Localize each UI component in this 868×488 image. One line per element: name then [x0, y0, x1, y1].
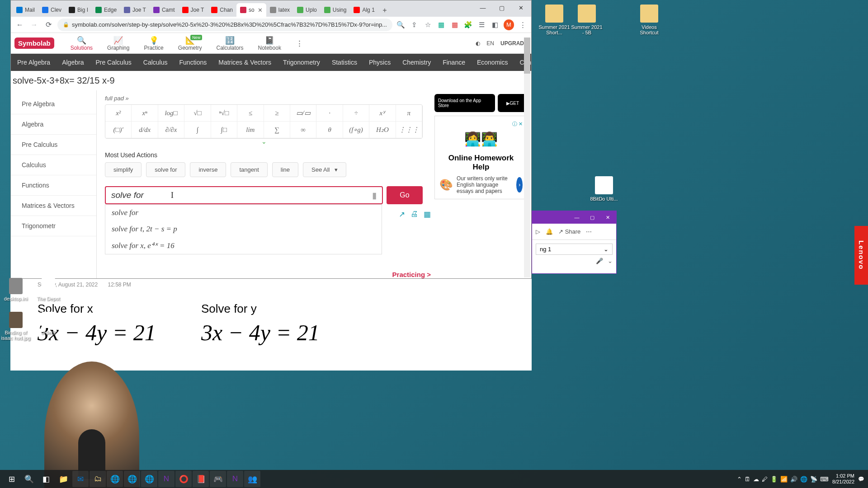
print-icon[interactable]: 🖨 — [410, 210, 418, 219]
math-symbol-button[interactable]: (□)′ — [105, 122, 132, 138]
action-tangent[interactable]: tangent — [231, 162, 267, 177]
math-symbol-button[interactable]: ∞ — [290, 122, 316, 138]
tray-icon[interactable]: ⌃ — [737, 476, 742, 483]
tab-close-icon[interactable]: ✕ — [258, 7, 263, 14]
taskbar-app[interactable]: ✉ — [72, 471, 89, 487]
close-button[interactable]: ✕ — [511, 1, 530, 14]
nav-geometry[interactable]: New📐Geometry — [171, 36, 209, 51]
sidebar-item[interactable]: Pre Algebra — [11, 94, 96, 114]
action-simplify[interactable]: simplify — [105, 162, 142, 177]
menu-icon[interactable]: ⋮ — [518, 20, 528, 30]
taskbar-app[interactable]: ⭕ — [175, 471, 192, 487]
share-icon[interactable]: ⇪ — [410, 20, 420, 30]
math-symbol-button[interactable]: xʸ — [369, 105, 396, 121]
sidebar-item[interactable]: Pre Calculus — [11, 135, 96, 155]
tray-icon[interactable]: 🗓 — [745, 476, 750, 483]
desktop-file[interactable]: Binding of isaac hud.jpg — [0, 312, 32, 341]
math-symbol-button[interactable]: · — [316, 105, 343, 121]
nav-notebook[interactable]: 📓Notebook — [251, 36, 288, 51]
desktop-folder[interactable]: Videos Shortcut — [633, 5, 665, 35]
topic-link[interactable]: Chemistry — [402, 59, 431, 66]
on-maximize[interactable]: ▢ — [585, 213, 599, 222]
taskbar-app[interactable]: 🔍 — [21, 471, 37, 487]
desktop-file[interactable]: order9 — [33, 312, 64, 335]
browser-tab[interactable]: Big I — [65, 3, 92, 17]
sidebar-item[interactable]: Trigonometr — [11, 216, 96, 236]
browser-tab[interactable]: Alg 1 — [350, 3, 378, 17]
taskbar-app[interactable]: 🌐 — [107, 471, 123, 487]
full-pad-link[interactable]: full pad » — [105, 95, 423, 102]
taskbar-app[interactable]: 🌐 — [124, 471, 140, 487]
ad-unit[interactable]: ⓘ ✕ 👩‍💻👨‍💻 Online Homework Help 🎨 Our wr… — [434, 116, 528, 199]
on-share-button[interactable]: ↗ Share — [558, 228, 580, 235]
math-symbol-button[interactable]: ⁿ√□ — [211, 105, 237, 121]
topic-link[interactable]: Physics — [369, 59, 391, 66]
on-minimize[interactable]: — — [570, 213, 584, 222]
sidebar-item[interactable]: Algebra — [11, 114, 96, 135]
taskbar-app[interactable]: 📁 — [55, 471, 71, 487]
nav-practice[interactable]: 💡Practice — [137, 36, 170, 51]
sidebar-item[interactable]: Matrices & Vectors — [11, 196, 96, 216]
math-symbol-button[interactable]: ≤ — [237, 105, 264, 121]
more-menu[interactable]: ⋮ — [288, 39, 311, 48]
suggestion-item[interactable]: solve for — [105, 205, 382, 221]
on-more-icon[interactable]: ⋯ — [586, 228, 592, 235]
action-solve-for[interactable]: solve for — [146, 162, 185, 177]
taskbar-app[interactable]: 📕 — [193, 471, 209, 487]
upgrade-button[interactable]: UPGRADE — [500, 40, 528, 47]
on-bell-icon[interactable]: 🔔 — [546, 228, 553, 235]
nav-calculators[interactable]: 🔢Calculators — [209, 36, 250, 51]
nav-graphing[interactable]: 📈Graphing — [100, 36, 137, 51]
system-clock[interactable]: 1:02 PM 8/21/2022 — [832, 473, 854, 485]
on-dropdown-icon[interactable]: ⌄ — [608, 258, 613, 264]
topic-link[interactable]: Trigonometry — [283, 59, 320, 66]
topic-link[interactable]: Finance — [443, 59, 465, 66]
desktop-shortcut[interactable]: 8BitDo Ulti... — [588, 176, 620, 202]
math-symbol-button[interactable]: ▭/▭ — [290, 105, 316, 121]
sidebar-item[interactable]: Calculus — [11, 155, 96, 175]
browser-tab[interactable]: so✕ — [236, 3, 266, 17]
taskbar-app[interactable]: 🗂 — [90, 471, 106, 487]
panel-icon[interactable]: ◧ — [490, 20, 500, 30]
extensions-icon[interactable]: 🧩 — [463, 20, 473, 30]
math-symbol-button[interactable]: ∂/∂x — [158, 122, 184, 138]
star-icon[interactable]: ☆ — [423, 20, 433, 30]
taskbar-app[interactable]: 👥 — [244, 471, 260, 487]
practicing-link[interactable]: Practicing > — [392, 271, 431, 278]
tray-icon[interactable]: 🌐 — [800, 476, 807, 483]
scrollbar[interactable] — [524, 38, 530, 277]
ext-icon[interactable]: ▦ — [436, 20, 446, 30]
taskbar-app[interactable]: 🌐 — [141, 471, 157, 487]
taskbar-app[interactable]: N — [227, 471, 243, 487]
export-icon[interactable]: ▦ — [424, 210, 431, 219]
on-close[interactable]: ✕ — [601, 213, 614, 222]
go-button[interactable]: Go — [387, 186, 423, 204]
tray-icon[interactable]: 🔊 — [790, 476, 797, 483]
topic-link[interactable]: Functions — [179, 59, 207, 66]
notification-icon[interactable]: 💬 — [858, 476, 864, 482]
adchoices-icon[interactable]: ⓘ ✕ — [439, 121, 523, 127]
tray-icon[interactable]: ☁ — [753, 476, 759, 483]
back-button[interactable]: ← — [14, 19, 25, 30]
on-heading-dropdown[interactable]: ng 1⌄ — [536, 244, 613, 255]
zoom-icon[interactable]: 🔍 — [396, 20, 406, 30]
math-symbol-button[interactable]: xⁿ — [132, 105, 158, 121]
topic-link[interactable]: Statistics — [332, 59, 357, 66]
google-play-badge[interactable]: ▶ GET — [498, 94, 528, 112]
ext-icon[interactable]: ▦ — [450, 20, 460, 30]
math-symbol-button[interactable]: x² — [105, 105, 132, 121]
profile-avatar[interactable]: M — [504, 19, 514, 30]
topic-link[interactable]: Pre Algebra — [17, 59, 50, 66]
reading-list-icon[interactable]: ☰ — [476, 20, 486, 30]
browser-tab[interactable]: Clev — [38, 3, 65, 17]
taskbar-app[interactable]: 🎮 — [210, 471, 226, 487]
share-icon[interactable]: ↗ — [399, 210, 405, 219]
math-input[interactable]: solve for I ▮ — [105, 186, 383, 204]
symbolab-logo[interactable]: Symbolab — [14, 38, 54, 49]
math-symbol-button[interactable]: ÷ — [343, 105, 369, 121]
app-store-badge[interactable]: Download on the App Store — [434, 94, 495, 112]
math-symbol-button[interactable]: lim — [237, 122, 264, 138]
tray-icon[interactable]: 🔋 — [770, 476, 778, 483]
tray-icon[interactable]: ⌨ — [820, 476, 829, 483]
taskbar-app[interactable]: N — [158, 471, 175, 487]
